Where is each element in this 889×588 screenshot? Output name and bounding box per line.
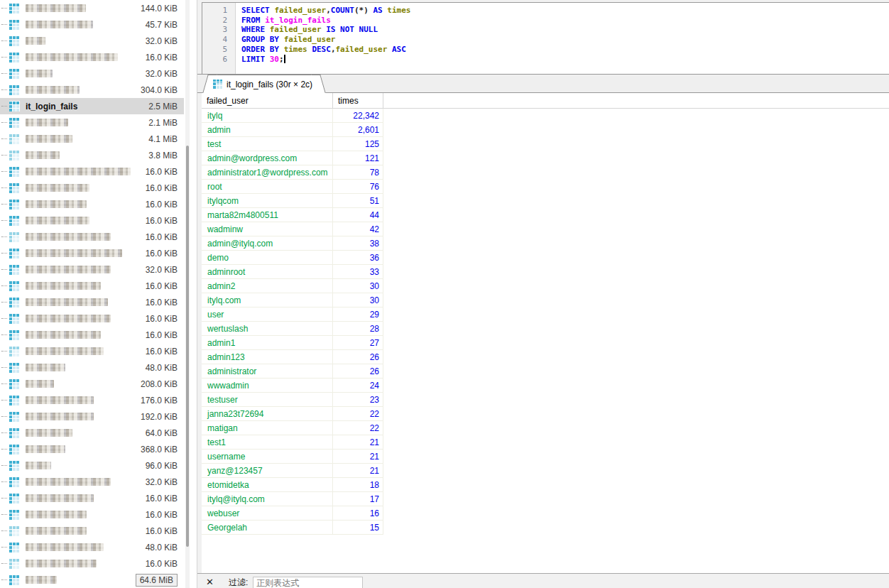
cell-failed_user[interactable]: admin@wordpress.com [202, 151, 333, 165]
cell-times[interactable]: 18 [333, 478, 383, 492]
table-list-item[interactable]: 64.6 MiB [0, 572, 184, 588]
cell-failed_user[interactable]: adminroot [202, 265, 333, 279]
cell-times[interactable]: 21 [333, 464, 383, 478]
cell-times[interactable]: 21 [333, 450, 383, 464]
cell-failed_user[interactable]: itylqcom [202, 194, 333, 208]
table-list-item[interactable]: 192.0 KiB [0, 408, 184, 425]
table-list-item[interactable]: 64.0 KiB [0, 425, 184, 441]
column-header-failed_user[interactable]: failed_user [202, 93, 333, 108]
table-list-item[interactable]: 32.0 KiB [0, 261, 184, 278]
cell-times[interactable]: 76 [333, 180, 383, 194]
cell-failed_user[interactable]: marta82m4800511 [202, 208, 333, 222]
table-list-item[interactable]: 368.0 KiB [0, 441, 184, 457]
table-list-item[interactable]: 2.1 MiB [0, 114, 184, 131]
cell-failed_user[interactable]: webuser [202, 506, 333, 521]
sidebar-scrollbar-thumb[interactable] [186, 146, 189, 547]
table-list-item[interactable]: 3.8 MiB [0, 147, 184, 163]
table-list-item[interactable]: 16.0 KiB [0, 555, 184, 572]
cell-failed_user[interactable]: janna23t72694 [202, 407, 333, 421]
table-list-item[interactable]: 16.0 KiB [0, 278, 184, 294]
cell-times[interactable]: 42 [333, 222, 383, 236]
cell-failed_user[interactable]: root [202, 180, 333, 194]
cell-times[interactable]: 26 [333, 350, 383, 364]
table-list-item[interactable]: 16.0 KiB [0, 245, 184, 261]
cell-failed_user[interactable]: itylq@itylq.com [202, 492, 333, 506]
cell-times[interactable]: 38 [333, 236, 383, 251]
table-list-item[interactable]: 16.0 KiB [0, 506, 184, 523]
column-header-times[interactable]: times [333, 93, 383, 108]
table-list-item[interactable]: 16.0 KiB [0, 212, 184, 229]
cell-failed_user[interactable]: testuser [202, 393, 333, 407]
cell-times[interactable]: 27 [333, 336, 383, 350]
table-list-item[interactable]: 16.0 KiB [0, 180, 184, 196]
sql-editor[interactable]: 1SELECT failed_user,COUNT(*) AS times2FR… [202, 2, 889, 74]
table-list-item[interactable]: 16.0 KiB [0, 229, 184, 245]
sql-code[interactable]: 1SELECT failed_user,COUNT(*) AS times2FR… [202, 6, 889, 64]
cell-failed_user[interactable]: test [202, 137, 333, 151]
cell-failed_user[interactable]: test1 [202, 435, 333, 450]
cell-failed_user[interactable]: wertuslash [202, 322, 333, 336]
cell-failed_user[interactable]: etomidetka [202, 478, 333, 492]
cell-failed_user[interactable]: admin [202, 123, 333, 137]
table-list-item[interactable]: 16.0 KiB [0, 343, 184, 359]
table-list-item-it_login_fails[interactable]: it_login_fails2.5 MiB [0, 98, 184, 114]
cell-failed_user[interactable]: itylq [202, 109, 333, 123]
table-list-item[interactable]: 96.0 KiB [0, 457, 184, 474]
cell-times[interactable]: 17 [333, 492, 383, 506]
cell-times[interactable]: 23 [333, 393, 383, 407]
cell-times[interactable]: 29 [333, 307, 383, 322]
cell-times[interactable]: 22 [333, 407, 383, 421]
cell-failed_user[interactable]: admin@itylq.com [202, 236, 333, 251]
cell-failed_user[interactable]: wadminw [202, 222, 333, 236]
cell-failed_user[interactable]: admin1 [202, 336, 333, 350]
cell-times[interactable]: 24 [333, 379, 383, 393]
sidebar-scrollbar[interactable] [185, 0, 190, 588]
cell-times[interactable]: 121 [333, 151, 383, 165]
cell-times[interactable]: 16 [333, 506, 383, 521]
cell-times[interactable]: 36 [333, 251, 383, 265]
cell-times[interactable]: 26 [333, 364, 383, 379]
cell-failed_user[interactable]: demo [202, 251, 333, 265]
table-list-item[interactable]: 32.0 KiB [0, 474, 184, 490]
table-list-item[interactable]: 4.1 MiB [0, 131, 184, 147]
table-list-item[interactable]: 16.0 KiB [0, 310, 184, 327]
table-list-item[interactable]: 208.0 KiB [0, 376, 184, 392]
table-list-item[interactable]: 32.0 KiB [0, 33, 184, 49]
cell-times[interactable]: 78 [333, 165, 383, 180]
cell-times[interactable]: 21 [333, 435, 383, 450]
cell-failed_user[interactable]: admin2 [202, 279, 333, 293]
cell-failed_user[interactable]: wwwadmin [202, 379, 333, 393]
close-filter-button[interactable]: ✕ [206, 577, 229, 587]
tab-result-it_login_fails[interactable]: it_login_fails (30r × 2c) [209, 75, 320, 93]
table-list-item[interactable]: 48.0 KiB [0, 359, 184, 376]
table-list-item[interactable]: 304.0 KiB [0, 82, 184, 98]
cell-times[interactable]: 28 [333, 322, 383, 336]
table-list-item[interactable]: 16.0 KiB [0, 523, 184, 539]
cell-times[interactable]: 15 [333, 521, 383, 535]
cell-times[interactable]: 51 [333, 194, 383, 208]
table-list-item[interactable]: 16.0 KiB [0, 294, 184, 310]
cell-failed_user[interactable]: administrator [202, 364, 333, 379]
cell-failed_user[interactable]: Georgelah [202, 521, 333, 535]
table-list-item[interactable]: 45.7 KiB [0, 16, 184, 33]
table-list-item[interactable]: 48.0 KiB [0, 539, 184, 555]
cell-times[interactable]: 44 [333, 208, 383, 222]
table-list-item[interactable]: 16.0 KiB [0, 327, 184, 343]
cell-times[interactable]: 22,342 [333, 109, 383, 123]
table-list-item[interactable]: 16.0 KiB [0, 49, 184, 65]
cell-failed_user[interactable]: matigan [202, 421, 333, 435]
cell-times[interactable]: 33 [333, 265, 383, 279]
cell-times[interactable]: 2,601 [333, 123, 383, 137]
cell-failed_user[interactable]: user [202, 307, 333, 322]
table-list-item[interactable]: 144.0 KiB [0, 0, 184, 16]
filter-input[interactable] [253, 577, 363, 588]
table-list-item[interactable]: 16.0 KiB [0, 490, 184, 506]
cell-failed_user[interactable]: itylq.com [202, 293, 333, 307]
table-list-item[interactable]: 16.0 KiB [0, 196, 184, 212]
cell-times[interactable]: 30 [333, 293, 383, 307]
cell-failed_user[interactable]: username [202, 450, 333, 464]
table-list-item[interactable]: 32.0 KiB [0, 65, 184, 82]
cell-times[interactable]: 30 [333, 279, 383, 293]
cell-failed_user[interactable]: yanz@123457 [202, 464, 333, 478]
cell-failed_user[interactable]: admin123 [202, 350, 333, 364]
